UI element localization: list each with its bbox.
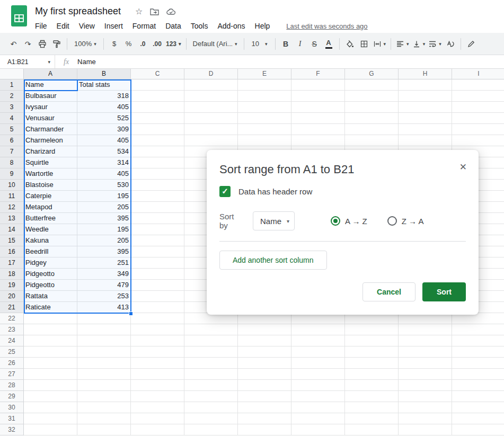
cell-C14[interactable]	[131, 224, 184, 235]
select-all-corner[interactable]	[0, 69, 24, 79]
cell-I31[interactable]	[452, 413, 504, 424]
cell-C15[interactable]	[131, 235, 184, 246]
cell-G2[interactable]	[345, 91, 399, 102]
cell-F26[interactable]	[291, 358, 345, 369]
cell-A16[interactable]: Beedrill	[24, 246, 77, 257]
cell-B30[interactable]	[77, 402, 131, 413]
row-header-24[interactable]: 24	[0, 335, 24, 346]
cell-E23[interactable]	[238, 324, 291, 335]
cell-G29[interactable]	[345, 391, 399, 402]
cell-B17[interactable]: 251	[77, 257, 131, 269]
cell-B9[interactable]: 405	[77, 168, 131, 180]
cell-A8[interactable]: Squirtle	[24, 157, 77, 168]
cell-A7[interactable]: Charizard	[24, 146, 77, 157]
cell-I30[interactable]	[452, 402, 504, 413]
cell-D2[interactable]	[184, 91, 238, 102]
cell-F25[interactable]	[291, 346, 345, 358]
fill-color-button[interactable]	[343, 37, 357, 51]
vertical-align-button[interactable]: ▾	[411, 37, 427, 51]
row-header-25[interactable]: 25	[0, 346, 24, 358]
text-wrap-button[interactable]: ▾	[427, 37, 443, 51]
cell-B14[interactable]: 195	[77, 224, 131, 235]
cell-C20[interactable]	[131, 291, 184, 302]
sheets-logo-icon[interactable]	[11, 5, 27, 33]
cell-H31[interactable]	[399, 413, 452, 424]
cell-F29[interactable]	[291, 391, 345, 402]
cell-D32[interactable]	[184, 424, 238, 435]
cell-G30[interactable]	[345, 402, 399, 413]
cell-H26[interactable]	[399, 358, 452, 369]
row-header-5[interactable]: 5	[0, 124, 24, 135]
header-row-checkbox[interactable]: ✓ Data has header row	[219, 185, 466, 197]
star-icon[interactable]: ☆	[135, 6, 143, 16]
cell-H27[interactable]	[399, 369, 452, 380]
cell-H5[interactable]	[399, 124, 452, 135]
cell-A17[interactable]: Pidgey	[24, 257, 77, 269]
cell-B11[interactable]: 195	[77, 191, 131, 202]
cell-F30[interactable]	[291, 402, 345, 413]
cloud-status-icon[interactable]	[166, 8, 176, 15]
menu-insert[interactable]: Insert	[100, 20, 128, 32]
cell-A11[interactable]: Caterpie	[24, 191, 77, 202]
cell-G1[interactable]	[345, 79, 399, 91]
cell-G25[interactable]	[345, 346, 399, 358]
column-header-A[interactable]: A	[24, 69, 77, 79]
row-header-23[interactable]: 23	[0, 324, 24, 335]
cell-D28[interactable]	[184, 380, 238, 391]
cell-C11[interactable]	[131, 191, 184, 202]
text-rotation-button[interactable]	[443, 37, 457, 51]
italic-button[interactable]: I	[293, 37, 307, 51]
cell-A21[interactable]: Raticate	[24, 302, 77, 313]
cell-H3[interactable]	[399, 102, 452, 113]
row-header-20[interactable]: 20	[0, 291, 24, 302]
cell-C12[interactable]	[131, 202, 184, 213]
strikethrough-button[interactable]: S	[307, 37, 322, 51]
cell-I1[interactable]	[452, 79, 504, 91]
cell-D31[interactable]	[184, 413, 238, 424]
text-color-button[interactable]: A	[322, 37, 336, 51]
cell-A14[interactable]: Weedle	[24, 224, 77, 235]
cell-B3[interactable]: 405	[77, 102, 131, 113]
cell-C28[interactable]	[131, 380, 184, 391]
cell-D6[interactable]	[184, 135, 238, 146]
row-header-18[interactable]: 18	[0, 269, 24, 280]
cell-A3[interactable]: Ivysaur	[24, 102, 77, 113]
cell-B15[interactable]: 205	[77, 235, 131, 246]
cell-I2[interactable]	[452, 91, 504, 102]
cell-F27[interactable]	[291, 369, 345, 380]
cell-F5[interactable]	[291, 124, 345, 135]
cell-A25[interactable]	[24, 346, 77, 358]
cell-A31[interactable]	[24, 413, 77, 424]
cell-A19[interactable]: Pidgeotto	[24, 280, 77, 291]
cell-D26[interactable]	[184, 358, 238, 369]
cell-E25[interactable]	[238, 346, 291, 358]
cell-B20[interactable]: 253	[77, 291, 131, 302]
cell-H22[interactable]	[399, 313, 452, 324]
cell-D25[interactable]	[184, 346, 238, 358]
cell-I27[interactable]	[452, 369, 504, 380]
cell-C1[interactable]	[131, 79, 184, 91]
font-size-select[interactable]: 10▾	[247, 37, 272, 51]
cell-H2[interactable]	[399, 91, 452, 102]
decrease-decimal-button[interactable]: .0	[136, 37, 150, 51]
cell-D29[interactable]	[184, 391, 238, 402]
row-header-19[interactable]: 19	[0, 280, 24, 291]
percent-format-button[interactable]: %	[121, 37, 136, 51]
cell-C27[interactable]	[131, 369, 184, 380]
menu-help[interactable]: Help	[250, 20, 275, 32]
cell-B12[interactable]: 205	[77, 202, 131, 213]
cell-E27[interactable]	[238, 369, 291, 380]
cell-C21[interactable]	[131, 302, 184, 313]
cell-G6[interactable]	[345, 135, 399, 146]
cell-H32[interactable]	[399, 424, 452, 435]
cell-A23[interactable]	[24, 324, 77, 335]
cell-H6[interactable]	[399, 135, 452, 146]
cell-G23[interactable]	[345, 324, 399, 335]
cell-A9[interactable]: Wartortle	[24, 168, 77, 180]
cell-G32[interactable]	[345, 424, 399, 435]
cell-B27[interactable]	[77, 369, 131, 380]
cell-I29[interactable]	[452, 391, 504, 402]
cell-A22[interactable]	[24, 313, 77, 324]
paint-format-button[interactable]	[49, 37, 64, 51]
cell-A18[interactable]: Pidgeotto	[24, 269, 77, 280]
